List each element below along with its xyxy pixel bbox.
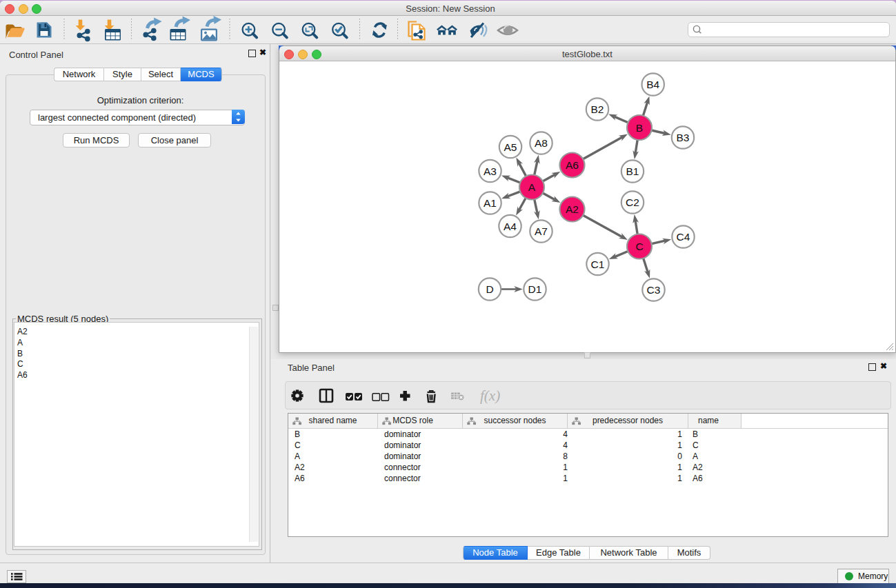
svg-text:B2: B2 [591,103,604,115]
svg-text:D: D [486,283,493,295]
svg-text:C: C [635,241,643,252]
svg-text:B1: B1 [626,165,639,177]
svg-text:A8: A8 [535,137,548,149]
svg-text:A3: A3 [484,165,497,177]
svg-text:C1: C1 [591,258,605,270]
svg-text:C2: C2 [626,196,639,208]
svg-text:A: A [528,181,536,193]
svg-text:A2: A2 [566,203,579,215]
svg-text:A6: A6 [566,159,579,171]
svg-text:D1: D1 [528,283,542,295]
svg-text:B4: B4 [646,79,659,90]
svg-text:C3: C3 [647,284,661,296]
svg-text:A7: A7 [535,225,548,237]
svg-text:C4: C4 [677,231,690,243]
svg-text:A5: A5 [504,141,517,153]
svg-text:f(x): f(x) [480,387,500,404]
svg-text:B3: B3 [677,132,690,143]
svg-text:B: B [636,122,643,134]
svg-text:A1: A1 [484,197,497,209]
svg-text:A4: A4 [504,221,517,232]
